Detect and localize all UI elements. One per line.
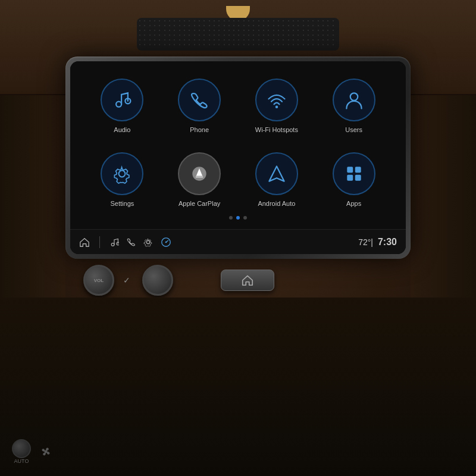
app-phone[interactable]: Phone xyxy=(165,73,234,139)
home-button-area xyxy=(221,270,274,291)
fan-icon xyxy=(40,446,52,458)
home-icon-svg xyxy=(79,237,90,248)
svg-point-0 xyxy=(116,101,121,107)
gauge-icon-svg xyxy=(161,237,171,248)
wifi-label: Wi-Fi Hotspots xyxy=(255,126,298,133)
speaker-grille xyxy=(137,18,339,51)
home-button-icon xyxy=(241,274,254,287)
phone-status-svg xyxy=(126,237,136,247)
page-dot-2[interactable] xyxy=(236,216,240,220)
home-button[interactable] xyxy=(221,270,274,291)
bottom-controls: AUTO xyxy=(12,439,52,464)
settings-status-svg xyxy=(143,237,154,248)
svg-rect-7 xyxy=(196,176,203,177)
small-knob-1[interactable] xyxy=(12,439,31,458)
app-settings[interactable]: Settings xyxy=(88,148,156,213)
infotainment-screen: Audio Phone xyxy=(70,61,406,254)
divider-1 xyxy=(99,236,100,248)
carplay-label: Apple CarPlay xyxy=(178,200,220,207)
svg-rect-12 xyxy=(355,175,361,181)
users-icon-circle xyxy=(333,79,375,121)
gear-icon xyxy=(111,163,133,184)
svg-point-15 xyxy=(146,240,149,243)
android-icon-circle xyxy=(255,152,298,195)
checkmark-icon: ✓ xyxy=(123,275,130,285)
user-icon xyxy=(343,89,365,111)
settings-label: Settings xyxy=(111,200,134,207)
svg-point-13 xyxy=(111,243,114,246)
wifi-icon-circle xyxy=(255,79,298,121)
grid-icon xyxy=(343,163,365,184)
apps-label: Apps xyxy=(346,200,361,207)
svg-point-4 xyxy=(119,171,126,177)
car-interior: Audio Phone xyxy=(0,0,476,476)
volume-knob[interactable]: VOL ⏻ xyxy=(83,265,114,296)
status-right: 72°| 7:30 xyxy=(358,237,397,248)
phone-status-icon[interactable] xyxy=(126,237,136,247)
settings-icon-circle xyxy=(101,152,143,195)
music-status-icon[interactable] xyxy=(109,237,119,247)
app-apps[interactable]: Apps xyxy=(320,148,388,213)
second-knob[interactable] xyxy=(142,265,173,296)
svg-rect-10 xyxy=(355,167,361,173)
pagination xyxy=(88,212,388,223)
music-icon xyxy=(111,89,133,111)
app-users[interactable]: Users xyxy=(320,73,388,139)
time-display: 7:30 xyxy=(378,237,397,248)
svg-point-17 xyxy=(165,241,167,243)
navigate-icon xyxy=(266,163,287,184)
phone-icon xyxy=(189,89,210,111)
dashboard-lower: AUTO xyxy=(0,298,476,476)
knob-area: VOL ⏻ ✓ xyxy=(83,265,173,296)
app-android-auto[interactable]: Android Auto xyxy=(243,148,311,213)
music-status-svg xyxy=(109,237,119,247)
auto-label: AUTO xyxy=(14,458,29,464)
carplay-icon xyxy=(189,163,210,184)
phone-icon-circle xyxy=(178,79,221,121)
app-audio[interactable]: Audio xyxy=(88,73,156,139)
apps-icon-circle xyxy=(333,152,375,195)
page-dot-3[interactable] xyxy=(243,216,247,220)
svg-point-3 xyxy=(350,93,358,101)
status-icons xyxy=(79,236,358,248)
status-bar: 72°| 7:30 xyxy=(70,229,406,254)
below-screen-controls: VOL ⏻ ✓ xyxy=(65,259,411,302)
screen-bezel: Audio Phone xyxy=(65,57,411,259)
screen-content: Audio Phone xyxy=(70,61,406,229)
wifi-icon xyxy=(266,89,287,111)
gauge-status-icon[interactable] xyxy=(161,237,171,248)
home-status-icon[interactable] xyxy=(79,237,90,248)
audio-label: Audio xyxy=(114,126,130,133)
svg-point-2 xyxy=(275,105,278,108)
app-carplay[interactable]: Apple CarPlay xyxy=(165,148,234,213)
android-auto-label: Android Auto xyxy=(258,200,295,207)
speaker-dots xyxy=(137,18,339,51)
phone-label: Phone xyxy=(190,126,209,133)
temperature-display: 72°| xyxy=(358,237,373,247)
svg-rect-9 xyxy=(347,167,353,173)
users-label: Users xyxy=(345,126,362,133)
svg-rect-11 xyxy=(347,175,353,181)
app-grid: Audio Phone xyxy=(88,73,388,212)
svg-marker-8 xyxy=(269,167,284,181)
settings-status-icon[interactable] xyxy=(143,237,154,248)
carplay-icon-circle xyxy=(178,152,221,195)
page-dot-1[interactable] xyxy=(229,216,233,220)
audio-icon-circle xyxy=(101,79,143,121)
app-wifi[interactable]: Wi-Fi Hotspots xyxy=(243,73,311,139)
